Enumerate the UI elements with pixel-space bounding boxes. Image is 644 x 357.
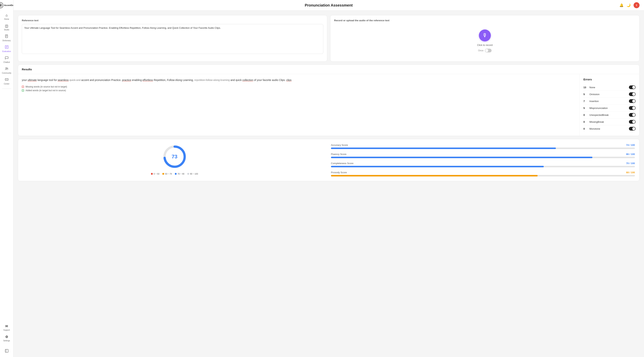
svg-point-10 [6, 68, 7, 69]
svg-rect-2 [6, 35, 8, 38]
record-button[interactable]: 🎙 [479, 30, 491, 42]
score-header: Fluency Score 86 / 100 [331, 153, 635, 156]
sidebar-item-label: Settings [3, 340, 10, 342]
sidebar-item-label: Dictionary [2, 40, 10, 42]
legend-light: 90 ~ 100 [187, 173, 198, 175]
logo: AccentDaily [0, 2, 14, 8]
sidebar-item-evaluation[interactable]: Evaluation [1, 44, 13, 54]
error-toggle-mispronunciation[interactable] [629, 106, 636, 110]
legend-range: 50 ~ 79 [165, 173, 172, 175]
error-name: Monotone [590, 127, 629, 130]
error-row-mispronunciation: 5 Mispronunciation [584, 105, 636, 112]
error-row-unexpected-break: 0 UnexpectedBreak [584, 112, 636, 118]
word: clips [286, 79, 292, 82]
word: ultimate [28, 79, 37, 82]
legend-orange: 50 ~ 79 [162, 173, 172, 175]
word: seamless [58, 79, 68, 82]
progress-track [331, 148, 635, 149]
avatar[interactable]: t [634, 2, 640, 8]
score-header: Prosody Score 68 / 100 [331, 171, 635, 174]
error-name: Insertion [590, 100, 629, 103]
sidebar-collapse[interactable] [1, 348, 13, 355]
legend-range: 90 ~ 100 [190, 173, 198, 175]
legend-red: 0 ~ 50 [151, 173, 159, 175]
error-toggle-insertion[interactable] [629, 99, 636, 103]
sidebar-item-settings[interactable]: ⚙ Settings [1, 333, 13, 343]
error-count: 0 [584, 127, 588, 130]
notification-icon[interactable]: 🔔 [620, 3, 624, 7]
score-header: Completeness Score 70 / 100 [331, 162, 635, 165]
center-icon [5, 78, 8, 82]
legend-blue: 70 ~ 90 [175, 173, 184, 175]
dot-red [151, 173, 153, 175]
scores-section: 73 0 ~ 50 50 ~ 79 70 ~ 90 [18, 139, 640, 181]
word: your [22, 79, 27, 82]
dot-blue [175, 173, 177, 175]
error-count: 5 [584, 93, 588, 96]
score-legend: 0 ~ 50 50 ~ 79 70 ~ 90 90 ~ 100 [151, 173, 198, 175]
record-panel-label: Record or upload the audio of the refere… [334, 19, 636, 22]
reference-text-label: Reference text [22, 19, 323, 22]
reference-text-panel: Reference text Your Ultimate Language To… [18, 15, 327, 62]
chatbot-icon [5, 56, 8, 61]
studio-icon: ◫ [5, 24, 8, 28]
sidebar-item-label: Home [4, 18, 9, 20]
score-completeness: Completeness Score 70 / 100 [331, 162, 635, 167]
once-toggle: Once [478, 49, 492, 53]
mic-icon: 🎙 [482, 32, 488, 39]
content-area: Reference text Your Ultimate Language To… [14, 11, 644, 357]
home-icon: ⌂ [6, 14, 8, 17]
results-text: your ultimate language tool for seamless… [22, 78, 576, 83]
error-toggle-none[interactable] [629, 85, 636, 89]
top-panels: Reference text Your Ultimate Language To… [18, 15, 640, 62]
progress-fill [331, 157, 592, 158]
results-body: your ultimate language tool for seamless… [18, 74, 639, 136]
progress-fill [331, 166, 544, 167]
score-name: Fluency Score [331, 153, 346, 156]
legend-range: 70 ~ 90 [178, 173, 184, 175]
sidebar-item-label: Chatbot [3, 61, 10, 63]
sidebar-item-studio[interactable]: ◫ Studio [1, 22, 13, 32]
sidebar-item-home[interactable]: ⌂ Home [1, 12, 13, 22]
legend-range: 0 ~ 50 [154, 173, 159, 175]
error-toggle-monotone[interactable] [629, 127, 636, 131]
support-icon: ✉ [5, 324, 8, 328]
logo-icon [0, 2, 3, 8]
logo-text: AccentDaily [4, 4, 14, 6]
added-color-box [22, 89, 24, 92]
reference-textarea[interactable]: Your Ultimate Language Tool for Seamless… [22, 24, 323, 54]
error-toggle-unexpected-break[interactable] [629, 113, 636, 117]
sidebar-item-chatbot[interactable]: Chatbot [1, 55, 13, 65]
click-to-record-label: Click to record [477, 44, 492, 47]
score-value: 74 / 100 [626, 144, 635, 146]
error-count: 5 [584, 107, 588, 110]
error-toggle-missing-break[interactable] [629, 120, 636, 124]
score-name: Accuracy Score [331, 144, 348, 146]
error-count: 0 [584, 121, 588, 123]
score-value: 68 / 100 [626, 171, 635, 174]
progress-track [331, 175, 635, 176]
missing-color-box [22, 86, 24, 88]
progress-track [331, 157, 635, 158]
error-name: MissingBreak [590, 121, 629, 123]
sidebar-item-community[interactable]: Community [1, 66, 13, 76]
dot-light [187, 173, 189, 175]
dot-orange [162, 173, 164, 175]
sidebar-item-label: Support [3, 329, 10, 331]
once-label: Once [478, 49, 484, 52]
legend: Missing words (in source but not in targ… [22, 85, 576, 92]
theme-toggle-icon[interactable]: 🌙 [626, 3, 630, 7]
sidebar-item-support[interactable]: ✉ Support [1, 323, 13, 332]
score-prosody: Prosody Score 68 / 100 [331, 171, 635, 176]
error-toggle-omission[interactable] [629, 92, 636, 96]
error-row-omission: 5 Omission [584, 91, 636, 98]
evaluation-icon [5, 45, 8, 50]
donut-chart: 73 [162, 144, 188, 170]
once-toggle-switch[interactable] [485, 49, 492, 53]
svg-point-1 [0, 5, 1, 6]
sidebar-item-dictionary[interactable]: Dictionary [1, 33, 13, 43]
missing-label: Missing words (in source but not in targ… [26, 85, 67, 88]
results-header: Results [18, 65, 639, 74]
sidebar-item-center[interactable]: Center [1, 76, 13, 86]
results-panel: Results your ultimate language tool for … [18, 65, 640, 136]
